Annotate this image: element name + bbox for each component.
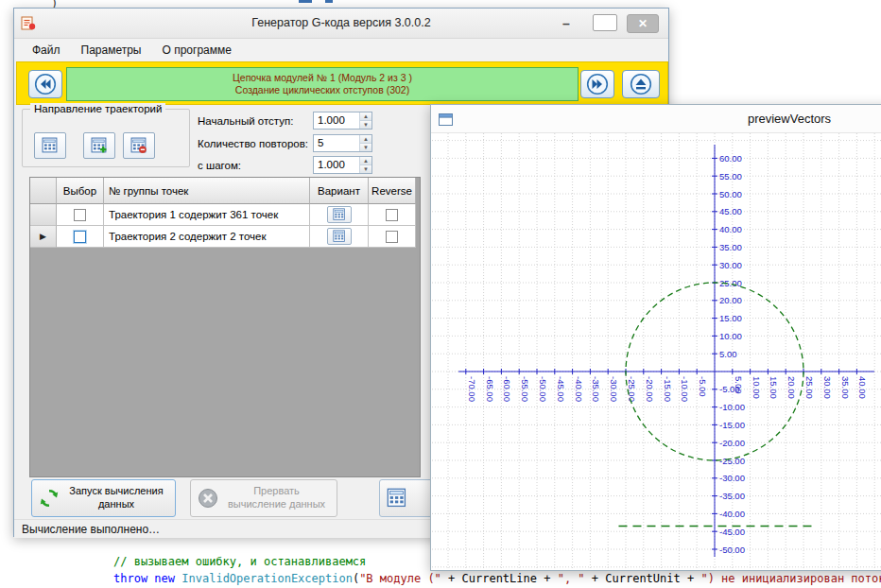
svg-text:-45.00: -45.00 xyxy=(556,376,566,402)
code-token: throw xyxy=(113,572,147,585)
variant-cell[interactable] xyxy=(310,204,369,226)
svg-text:60.00: 60.00 xyxy=(719,153,742,164)
svg-text:5.00: 5.00 xyxy=(734,376,744,394)
refresh-icon xyxy=(39,488,60,509)
svg-text:55.00: 55.00 xyxy=(719,171,742,182)
abort-calculation-button[interactable]: Прервать вычисление данных xyxy=(190,479,337,517)
code-token: + CurrentUnit + xyxy=(585,572,701,585)
variant-button[interactable] xyxy=(327,206,352,223)
grid-header-point-group[interactable]: № группы точек xyxy=(104,178,310,204)
select-checkbox[interactable] xyxy=(74,209,86,221)
svg-text:-15.00: -15.00 xyxy=(663,376,673,402)
grid-corner-cell[interactable] xyxy=(30,178,57,204)
grid-header-row: Выбор№ группы точекВариантReverse xyxy=(30,178,420,204)
code-statement-line: throw new InvalidOperationException("В м… xyxy=(113,572,881,585)
select-cell[interactable] xyxy=(57,226,104,248)
code-token: new xyxy=(154,572,175,585)
grid-row[interactable]: ▶Траектория 2 содержит 2 точек xyxy=(30,226,420,248)
minimize-button[interactable]: – xyxy=(555,14,578,32)
select-checkbox[interactable] xyxy=(74,231,86,243)
trajectory-tool-button[interactable] xyxy=(34,132,66,159)
variant-calculator-icon xyxy=(333,230,346,243)
reverse-cell[interactable] xyxy=(369,204,416,226)
grid-header-variant[interactable]: Вариант xyxy=(310,178,369,204)
svg-text:-25.00: -25.00 xyxy=(627,376,637,402)
svg-text:25.00: 25.00 xyxy=(804,376,815,399)
calculator-icon xyxy=(387,488,407,509)
svg-text:5.00: 5.00 xyxy=(719,349,737,359)
select-cell[interactable] xyxy=(57,204,104,226)
calculator-icon xyxy=(387,488,407,509)
spinner-up-down-icon[interactable]: ▲▼ xyxy=(359,112,371,129)
svg-text:-55.00: -55.00 xyxy=(520,376,530,402)
main-titlebar[interactable]: Генератор G-кода версия 3.0.0.2 – ✕ xyxy=(14,9,668,39)
step-label: с шагом: xyxy=(198,160,241,171)
vector-preview-plot: 60.0055.0050.0045.0040.0035.0030.0025.00… xyxy=(432,133,881,570)
svg-text:-30.00: -30.00 xyxy=(719,473,745,483)
eject-module-button[interactable] xyxy=(622,70,660,98)
spinner-up-down-icon[interactable]: ▲▼ xyxy=(359,157,371,173)
svg-text:-70.00: -70.00 xyxy=(467,376,477,402)
svg-text:40.00: 40.00 xyxy=(857,376,868,399)
svg-text:15.00: 15.00 xyxy=(769,376,779,399)
initial-offset-input[interactable]: 1.000 ▲▼ xyxy=(313,112,372,130)
code-token: + CurrentLine + xyxy=(441,572,558,585)
run-calculation-button[interactable]: Запуск вычисления данных xyxy=(31,479,176,517)
row-selector[interactable] xyxy=(30,204,57,226)
trajectory-add-button[interactable] xyxy=(83,132,115,159)
grid-header-select[interactable]: Выбор xyxy=(57,178,104,204)
variant-calculator-icon xyxy=(333,208,346,221)
trajectory-grid: Выбор№ группы точекВариантReverse Траект… xyxy=(29,177,421,477)
svg-text:-15.00: -15.00 xyxy=(719,420,745,430)
preview-window: previewVectors 60.0055.0050.0045.0040.00… xyxy=(430,104,881,571)
trajectory-name-cell[interactable]: Траектория 1 содержит 361 точек xyxy=(104,204,310,226)
svg-text:35.00: 35.00 xyxy=(719,242,742,252)
svg-text:-45.00: -45.00 xyxy=(719,527,745,537)
code-comment-line: // вызываем ошибку, и останавливаемся xyxy=(113,555,366,568)
svg-text:45.00: 45.00 xyxy=(719,206,742,216)
grid-header-reverse[interactable]: Reverse xyxy=(369,178,416,204)
svg-text:-35.00: -35.00 xyxy=(719,491,745,501)
variant-cell[interactable] xyxy=(310,226,369,248)
trajectory-table-add-icon xyxy=(91,137,108,154)
code-token: ", " xyxy=(558,572,585,585)
code-token: ") не инициализирован поток для xyxy=(700,572,881,585)
trajectory-name-cell[interactable]: Траектория 2 содержит 2 точек xyxy=(104,226,310,248)
cancel-x-icon xyxy=(198,488,218,509)
eject-icon xyxy=(630,73,652,95)
preview-window-title: previewVectors xyxy=(431,112,881,126)
background-toolbar-fragment xyxy=(299,0,312,3)
previous-module-button[interactable] xyxy=(28,70,62,98)
close-button[interactable]: ✕ xyxy=(627,14,659,33)
svg-text:-10.00: -10.00 xyxy=(680,376,690,402)
reverse-cell[interactable] xyxy=(369,226,416,248)
svg-text:-30.00: -30.00 xyxy=(609,376,619,402)
svg-text:35.00: 35.00 xyxy=(840,376,851,399)
repeat-count-input[interactable]: 5 ▲▼ xyxy=(313,134,372,152)
row-selector[interactable]: ▶ xyxy=(30,226,57,248)
current-row-arrow-icon: ▶ xyxy=(40,232,46,241)
step-input[interactable]: 1.000 ▲▼ xyxy=(313,156,372,174)
preview-titlebar[interactable]: previewVectors xyxy=(431,105,881,133)
svg-text:15.00: 15.00 xyxy=(719,313,742,323)
initial-offset-label: Начальный отступ: xyxy=(198,115,293,127)
trajectory-remove-button[interactable] xyxy=(123,132,155,159)
svg-text:30.00: 30.00 xyxy=(719,260,742,270)
maximize-button[interactable] xyxy=(593,14,617,31)
spinner-up-down-icon[interactable]: ▲▼ xyxy=(359,135,371,151)
next-module-button[interactable] xyxy=(580,70,614,98)
svg-text:-50.00: -50.00 xyxy=(719,545,745,555)
menu-item-parameters[interactable]: Параметры xyxy=(71,40,152,61)
svg-text:20.00: 20.00 xyxy=(719,295,742,305)
svg-text:-60.00: -60.00 xyxy=(502,376,512,402)
menu-item-file[interactable]: Файл xyxy=(22,40,71,61)
module-status-panel: Цепочка модулей № 1 (Модуль 2 из 3 ) Соз… xyxy=(66,67,579,101)
reverse-checkbox[interactable] xyxy=(386,209,398,221)
trajectory-direction-group: Направление траекторий xyxy=(22,109,190,167)
menu-item-about[interactable]: О программе xyxy=(151,40,241,61)
svg-text:-20.00: -20.00 xyxy=(719,438,745,448)
reverse-checkbox[interactable] xyxy=(386,231,398,243)
svg-text:50.00: 50.00 xyxy=(719,189,742,199)
grid-row[interactable]: Траектория 1 содержит 361 точек xyxy=(30,204,420,226)
variant-button[interactable] xyxy=(327,228,352,245)
